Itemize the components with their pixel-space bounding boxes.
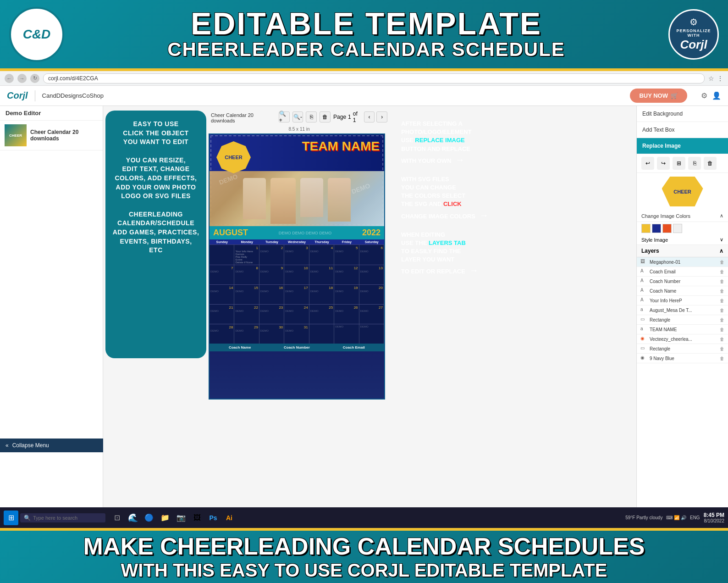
cell-21[interactable]: 21DEMO xyxy=(210,305,234,324)
layer-item-coach-email[interactable]: A Coach Email 🗑 xyxy=(637,267,728,277)
add-text-box-button[interactable]: Add Text Box xyxy=(637,122,728,138)
cell-9[interactable]: 9DEMO xyxy=(259,265,284,284)
layer-item-rectangle-1[interactable]: ▭ Rectangle 🗑 xyxy=(637,315,728,325)
cell-16[interactable]: 16DEMO xyxy=(259,285,284,304)
cell-4[interactable]: 4DEMO xyxy=(309,245,334,265)
layer-item-megaphone[interactable]: 🖼 Megaphone-01 🗑 xyxy=(637,257,728,267)
photoshop-icon[interactable]: Ps xyxy=(206,511,221,525)
layer-delete-megaphone[interactable]: 🗑 xyxy=(720,260,724,265)
app2-icon[interactable]: 🖼 xyxy=(190,511,204,525)
swatch-navy[interactable] xyxy=(652,224,661,233)
copy-button[interactable]: ⎘ xyxy=(306,111,317,122)
layer-item-coach-number[interactable]: A Coach Number 🗑 xyxy=(637,277,728,286)
calendar-visual[interactable]: CHEER TEAM NAME xyxy=(209,133,385,400)
cell-3[interactable]: 3DEMO xyxy=(284,245,309,265)
cell-30[interactable]: 30DEMO xyxy=(259,324,284,344)
user-icon[interactable]: 👤 xyxy=(712,91,721,100)
layers-chevron[interactable]: ∧ xyxy=(719,248,723,254)
cell-20[interactable]: 20DEMO xyxy=(359,285,384,304)
illustrator-icon[interactable]: Ai xyxy=(222,511,237,525)
layer-delete-7[interactable]: 🗑 xyxy=(720,327,724,332)
layer-delete-2[interactable]: 🗑 xyxy=(720,279,724,284)
cell-23[interactable]: 23DEMO xyxy=(259,305,284,324)
cell-2[interactable]: 2DEMO xyxy=(259,245,284,265)
chrome-icon[interactable]: 🔵 xyxy=(142,511,156,525)
cell-10[interactable]: 10DEMO xyxy=(284,265,309,284)
buy-now-button[interactable]: BUY NOW 🛒 xyxy=(630,89,687,103)
files-icon[interactable]: 📁 xyxy=(158,511,172,525)
layer-delete-3[interactable]: 🗑 xyxy=(720,289,724,294)
layer-item-team-name[interactable]: a TEAM NAME 🗑 xyxy=(637,325,728,334)
taskview-icon[interactable]: ⊡ xyxy=(110,511,124,525)
star-icon[interactable]: ☆ xyxy=(708,75,714,82)
nav-back-button[interactable]: ← xyxy=(5,74,14,83)
cell-31[interactable]: 31DEMO xyxy=(284,324,309,344)
cell-26[interactable]: 26DEMO xyxy=(334,305,359,324)
layer-delete-4[interactable]: 🗑 xyxy=(720,298,724,303)
nav-refresh-button[interactable]: ↻ xyxy=(30,74,39,83)
cell-13[interactable]: 13DEMO xyxy=(359,265,384,284)
replace-image-button[interactable]: Replace Image xyxy=(637,138,728,154)
cell-11[interactable]: 11DEMO xyxy=(309,265,334,284)
cell-7[interactable]: 7DEMO xyxy=(210,265,234,284)
cell-6[interactable]: 6DEMO xyxy=(359,245,384,265)
layer-delete-1[interactable]: 🗑 xyxy=(720,269,724,274)
cell-12[interactable]: 12DEMO xyxy=(334,265,359,284)
zoom-in-button[interactable]: 🔍+ xyxy=(279,111,290,122)
start-button[interactable]: ⊞ xyxy=(4,511,18,525)
prev-page-button[interactable]: ‹ xyxy=(364,111,375,122)
cell-empty-2[interactable] xyxy=(309,324,334,344)
cell-14[interactable]: 14DEMO xyxy=(210,285,234,304)
snap-button[interactable]: ⊞ xyxy=(673,157,685,170)
next-page-button[interactable]: › xyxy=(376,111,387,122)
menu-icon[interactable]: ⋮ xyxy=(717,75,723,82)
edge-icon[interactable]: 🌊 xyxy=(126,511,140,525)
layer-delete-10[interactable]: 🗑 xyxy=(720,356,724,361)
redo-button[interactable]: ↪ xyxy=(657,157,670,170)
cell-5[interactable]: 5DEMO xyxy=(334,245,359,265)
cell-28[interactable]: 28DEMO xyxy=(210,324,234,344)
collapse-menu-button[interactable]: « Collapse Menu xyxy=(0,439,103,452)
swatch-white[interactable] xyxy=(673,224,682,233)
cell-empty[interactable] xyxy=(210,245,234,265)
layer-delete-9[interactable]: 🗑 xyxy=(720,346,724,351)
sidebar-item[interactable]: CHEER Cheer Calendar 20 downloads xyxy=(0,121,103,150)
nav-forward-button[interactable]: → xyxy=(17,74,27,83)
delete-tool-button[interactable]: 🗑 xyxy=(704,157,717,170)
cell-25[interactable]: 25DEMO xyxy=(309,305,334,324)
cell-empty-4[interactable]: DEMO xyxy=(359,324,384,344)
layer-delete-5[interactable]: 🗑 xyxy=(720,308,724,313)
layer-item-coach-name[interactable]: A Coach Name 🗑 xyxy=(637,286,728,296)
layer-delete-8[interactable]: 🗑 xyxy=(720,337,724,342)
cell-empty-3[interactable]: DEMO xyxy=(334,324,359,344)
layer-item-rectangle-2[interactable]: ▭ Rectangle 🗑 xyxy=(637,344,728,354)
layer-item-august[interactable]: a August_Mesa De T... 🗑 xyxy=(637,305,728,315)
cell-27[interactable]: 27DEMO xyxy=(359,305,384,324)
cell-1[interactable]: 1 Your Info HereGamesPep RallyEventDelet… xyxy=(234,245,259,265)
delete-button[interactable]: 🗑 xyxy=(320,111,331,122)
url-bar[interactable]: corjl.com/d/4E2CGA xyxy=(43,73,705,83)
search-input[interactable] xyxy=(33,515,102,521)
layer-item-your-info[interactable]: A Your Info HereP 🗑 xyxy=(637,296,728,305)
swatch-red[interactable] xyxy=(662,224,672,233)
cell-8[interactable]: 8DEMO xyxy=(234,265,259,284)
cell-15[interactable]: 15DEMO xyxy=(234,285,259,304)
cell-18[interactable]: 18DEMO xyxy=(309,285,334,304)
cell-17[interactable]: 17DEMO xyxy=(284,285,309,304)
cell-24[interactable]: 24DEMO xyxy=(284,305,309,324)
app1-icon[interactable]: 📷 xyxy=(174,511,188,525)
cell-19[interactable]: 19DEMO xyxy=(334,285,359,304)
style-dropdown-icon[interactable]: ∨ xyxy=(720,237,723,243)
layer-item-vecteezy[interactable]: ◉ Vecteezy_cheerlea... 🗑 xyxy=(637,334,728,344)
layer-item-navy-blue[interactable]: ◉ 9 Navy Blue 🗑 xyxy=(637,354,728,363)
swatch-gold[interactable] xyxy=(641,224,651,233)
zoom-out-button[interactable]: 🔍- xyxy=(292,111,303,122)
layer-delete-6[interactable]: 🗑 xyxy=(720,317,724,322)
cell-29[interactable]: 29DEMO xyxy=(234,324,259,344)
change-image-colors-button[interactable]: Change Image Colors ∧ xyxy=(637,210,728,222)
undo-button[interactable]: ↩ xyxy=(641,157,654,170)
duplicate-button[interactable]: ⎘ xyxy=(688,157,701,170)
edit-background-button[interactable]: Edit Background xyxy=(637,106,728,122)
cell-22[interactable]: 22DEMO xyxy=(234,305,259,324)
settings-icon[interactable]: ⚙ xyxy=(701,91,707,100)
